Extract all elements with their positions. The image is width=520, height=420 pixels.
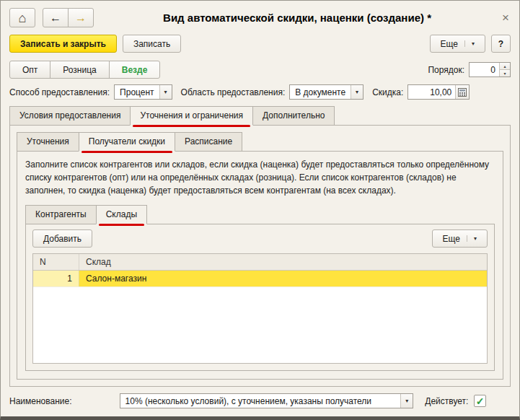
- column-header-n[interactable]: N: [33, 254, 79, 270]
- order-spinner-buttons: ▴ ▾: [499, 63, 510, 76]
- forward-arrow-icon: →: [75, 12, 87, 25]
- back-arrow-icon: ←: [50, 12, 61, 25]
- table-row[interactable]: 1 Салон-магазин: [33, 271, 487, 287]
- recipients-panel: Заполните список контрагентов или складо…: [17, 151, 503, 380]
- annotation-underline: [99, 224, 144, 226]
- list-tab-strip: Контрагенты Склады: [17, 200, 503, 224]
- main-toolbar: Записать и закрыть Записать Еще ▾ ?: [1, 32, 519, 59]
- forward-button[interactable]: →: [68, 8, 94, 27]
- annotation-underline: [81, 151, 172, 153]
- method-combobox[interactable]: Процент ▾: [114, 84, 172, 100]
- tab-dopolnitelno[interactable]: Дополнительно: [252, 106, 335, 126]
- method-value: Процент: [115, 85, 159, 99]
- home-icon: ⌂: [19, 12, 27, 25]
- spinner-up-icon[interactable]: ▴: [500, 63, 510, 69]
- footer-row: Наименование: 10% (несколько условий), с…: [1, 387, 519, 416]
- description-text: Заполните список контрагентов или складо…: [17, 152, 503, 200]
- cell-warehouse-name: Салон-магазин: [79, 271, 487, 286]
- order-label: Порядок:: [428, 65, 464, 75]
- refinements-panel: Уточнения Получатели скидки Расписание З…: [9, 125, 511, 387]
- page-title: Вид автоматической скидки, наценки (созд…: [97, 12, 498, 24]
- add-button[interactable]: Добавить: [32, 229, 92, 248]
- titlebar: ⌂ ← → Вид автоматической скидки, наценки…: [1, 1, 519, 32]
- more-button[interactable]: Еще ▾: [430, 35, 485, 53]
- tab-label: Склады: [106, 209, 137, 219]
- app-window: ⌂ ← → Вид автоматической скидки, наценки…: [0, 0, 520, 420]
- area-value: В документе: [290, 85, 351, 99]
- discount-field[interactable]: 10,00: [407, 84, 470, 100]
- column-header-sklad[interactable]: Склад: [79, 254, 487, 270]
- more-button-label: Еще: [443, 234, 460, 244]
- warehouses-table: N Склад 1 Салон-магазин: [32, 253, 488, 364]
- active-label: Действует:: [425, 396, 468, 406]
- home-button[interactable]: ⌂: [9, 8, 35, 27]
- segment-vezde[interactable]: Везде: [109, 61, 161, 79]
- segment-roznitsa[interactable]: Розница: [50, 61, 109, 79]
- close-button[interactable]: ×: [501, 11, 511, 25]
- tab-utochneniya-i-ogranicheniya[interactable]: Уточнения и ограничения: [130, 106, 253, 126]
- order-spinner[interactable]: 0 ▴ ▾: [469, 62, 511, 77]
- save-close-button[interactable]: Записать и закрыть: [9, 35, 117, 53]
- chevron-down-icon: ▾: [467, 235, 477, 242]
- chevron-down-icon[interactable]: ▾: [159, 85, 172, 99]
- discount-value: 10,00: [408, 85, 455, 99]
- help-button[interactable]: ?: [491, 35, 511, 53]
- area-label: Область предоставления:: [181, 87, 286, 97]
- table-header: N Склад: [33, 254, 487, 271]
- params-row: Способ предоставления: Процент ▾ Область…: [1, 84, 519, 106]
- chevron-down-icon: ▾: [464, 40, 475, 47]
- name-value: 10% (несколько условий), с уточнением, у…: [120, 394, 401, 408]
- back-button[interactable]: ←: [43, 8, 69, 27]
- tab-label: Уточнения и ограничения: [140, 110, 243, 121]
- tab-utochneniya[interactable]: Уточнения: [17, 132, 79, 152]
- active-checkbox[interactable]: ✓: [474, 395, 486, 407]
- cell-row-number: 1: [33, 271, 79, 286]
- list-toolbar: Добавить Еще ▾: [26, 224, 494, 251]
- order-value[interactable]: 0: [470, 63, 499, 76]
- tab-kontragenty[interactable]: Контрагенты: [25, 205, 97, 224]
- history-nav: ← →: [43, 8, 94, 27]
- area-combobox[interactable]: В документе ▾: [289, 84, 363, 100]
- list-more-button[interactable]: Еще ▾: [432, 229, 488, 248]
- tab-raspisanie[interactable]: Расписание: [175, 132, 242, 152]
- scope-segmented-control: Опт Розница Везде: [9, 61, 160, 79]
- method-label: Способ предоставления:: [9, 87, 110, 97]
- table-empty-area: [33, 287, 487, 363]
- tab-sklady[interactable]: Склады: [96, 205, 147, 224]
- save-button[interactable]: Записать: [123, 35, 181, 53]
- more-button-label: Еще: [441, 39, 458, 49]
- chevron-down-icon[interactable]: ▾: [400, 394, 413, 408]
- main-tab-strip: Условия предоставления Уточнения и огран…: [1, 106, 519, 126]
- name-label: Наименование:: [9, 396, 72, 406]
- discount-label: Скидка:: [372, 87, 403, 97]
- inner-tab-strip: Уточнения Получатели скидки Расписание: [10, 126, 510, 152]
- name-combobox[interactable]: 10% (несколько условий), с уточнением, у…: [120, 393, 414, 408]
- scope-row: Опт Розница Везде Порядок: 0 ▴ ▾: [1, 59, 519, 84]
- check-icon: ✓: [476, 395, 485, 407]
- tab-poluchateli-skidki[interactable]: Получатели скидки: [79, 132, 175, 152]
- segment-opt[interactable]: Опт: [9, 61, 50, 79]
- warehouses-list-panel: Добавить Еще ▾ N Склад 1 Салон-магазин: [25, 224, 495, 371]
- spinner-down-icon[interactable]: ▾: [500, 69, 510, 76]
- tab-label: Получатели скидки: [89, 136, 165, 146]
- chevron-down-icon[interactable]: ▾: [351, 85, 363, 99]
- tab-usloviya-predostavleniya[interactable]: Условия предоставления: [9, 106, 131, 126]
- calculator-icon[interactable]: [455, 85, 469, 99]
